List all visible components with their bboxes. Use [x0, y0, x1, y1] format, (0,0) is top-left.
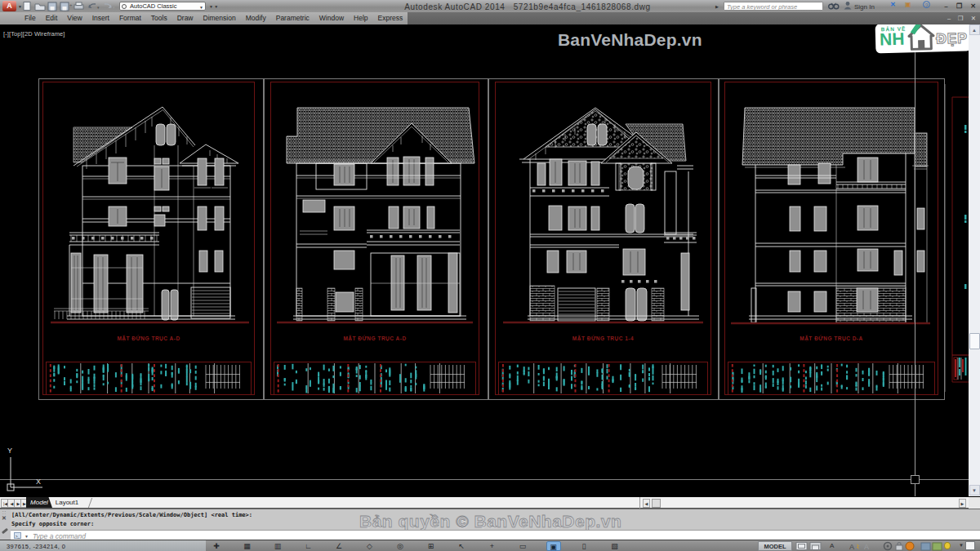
exchange-icon[interactable]: ✕: [890, 1, 896, 8]
quickprop-icon[interactable]: ▯: [577, 541, 591, 551]
grid-icon[interactable]: ▥: [270, 541, 285, 551]
tray-icons[interactable]: [882, 541, 944, 551]
drawing-canvas[interactable]: [-][Top][2D Wireframe] BanVeNhaDep.vn .o…: [0, 24, 980, 496]
vertical-scrollbar[interactable]: ▲ ▼: [969, 24, 980, 496]
title-bar: A ▼ + ▾ ▾ AutoCAD Classic ▼ ▼ ▼ Autodesk…: [0, 0, 980, 12]
menu-modify[interactable]: Modify: [241, 12, 271, 24]
panel-label-2: MẶT ĐỨNG TRỤC A-D: [270, 335, 479, 341]
ducs-icon[interactable]: ↖: [454, 541, 469, 551]
command-close-icon[interactable]: ✕: [2, 515, 7, 522]
menu-view[interactable]: View: [62, 12, 87, 24]
ucs-y-label: Y: [7, 447, 12, 455]
site-logo: BẢN VẼ NH ĐẸP: [875, 24, 972, 54]
dimension-strip-4: [728, 362, 935, 395]
menu-items: FileEditViewInsertFormatToolsDrawDimensi…: [20, 12, 408, 24]
osnap-icon[interactable]: ◇: [363, 541, 377, 551]
doc-minimize-button[interactable]: –: [944, 14, 954, 23]
menu-tools[interactable]: Tools: [146, 12, 172, 24]
clean-screen-button[interactable]: [965, 541, 975, 550]
minimize-button[interactable]: –: [941, 2, 951, 11]
elevation-drawing-1: .o{stroke:#e2e2e2;fill:none;stroke-width…: [42, 82, 255, 395]
polar-icon[interactable]: ∠: [332, 541, 346, 551]
logo-house-icon: [905, 24, 938, 54]
menu-parametric[interactable]: Parametric: [271, 12, 314, 24]
osnap3d-icon[interactable]: ◎: [393, 541, 408, 551]
ortho-icon[interactable]: ∟: [301, 541, 316, 551]
autocad-window: A ▼ + ▾ ▾ AutoCAD Classic ▼ ▼ ▼ Autodesk…: [0, 0, 980, 551]
watermark-bottom: Bản quyền © BanVeNhaDep.vn: [359, 512, 621, 531]
signin-button[interactable]: Sign In: [854, 3, 875, 11]
panel-label-1: MẶT ĐỨNG TRỤC A-D: [42, 335, 255, 341]
ucs-x-label: X: [36, 478, 41, 486]
close-button[interactable]: ✕: [968, 2, 978, 11]
menu-express[interactable]: Express: [373, 12, 408, 24]
command-prompt-icon: >_: [14, 532, 21, 539]
scroll-up-arrow[interactable]: ▲: [969, 24, 980, 35]
hscroll-thumb[interactable]: [652, 499, 661, 508]
coordinates-display[interactable]: 397615, -234214, 0: [7, 543, 65, 550]
scroll-left-arrow[interactable]: ◀: [643, 499, 650, 508]
sheet-5-partial: [943, 49, 969, 400]
watermark-top: BanVeNhaDep.vn: [558, 30, 702, 50]
scroll-down-arrow[interactable]: ▼: [969, 485, 980, 495]
menu-window[interactable]: Window: [314, 12, 349, 24]
crosshair-pickbox: [911, 475, 920, 484]
elevation-drawing-3: .o{stroke:#e2e2e2;fill:none;stroke-width…: [495, 82, 711, 395]
command-history-2: Specify opposite corner:: [11, 521, 94, 527]
svg-text:A: A: [864, 543, 869, 551]
model-space-button[interactable]: MODEL: [758, 541, 792, 551]
layout-tab-bar: |◀ ◀ ▶ ▶| Model Layout1 ◀ ▶: [0, 497, 980, 509]
layout-icons[interactable]: [795, 541, 823, 551]
bulb-icon[interactable]: [944, 542, 951, 549]
command-grip[interactable]: ∷∷: [2, 509, 6, 514]
panel-label-4: MẶT ĐỨNG TRỤC D-A: [724, 335, 938, 341]
elevation-drawing-2: .o{stroke:#e2e2e2;fill:none;stroke-width…: [270, 82, 479, 395]
menu-edit[interactable]: Edit: [41, 12, 63, 24]
status-flyout-arrow[interactable]: ▼: [959, 543, 964, 548]
status-bar: 397615, -234214, 0 ✚▦▥∟∠◇◎⊞↖+▭▣▯▧ MODEL …: [0, 540, 980, 551]
dimension-strip-3: [498, 362, 708, 395]
infer-icon[interactable]: ✚: [209, 541, 224, 551]
lwt-icon[interactable]: ▭: [515, 541, 530, 551]
elevation-drawing-4: .o{stroke:#e2e2e2;fill:none;stroke-width…: [724, 82, 938, 395]
search-input[interactable]: Type a keyword or phrase: [724, 2, 823, 11]
command-prompt-placeholder: Type a command: [33, 532, 86, 540]
command-wrench-icon[interactable]: [2, 528, 8, 534]
menu-help[interactable]: Help: [349, 12, 372, 24]
menu-bar: FileEditViewInsertFormatToolsDrawDimensi…: [0, 12, 980, 24]
apps-icon[interactable]: ▣: [905, 1, 911, 8]
viewport-label[interactable]: [-][Top][2D Wireframe]: [3, 30, 65, 38]
tab-model[interactable]: Model: [26, 497, 52, 508]
menu-file[interactable]: File: [20, 12, 41, 24]
search-flyout-arrow[interactable]: ▶: [715, 4, 719, 9]
cycling-icon[interactable]: ▧: [608, 541, 622, 551]
snap-icon[interactable]: ▦: [240, 541, 255, 551]
panel-label-3: MẶT ĐỨNG TRỤC 1-4: [495, 335, 711, 341]
help-icon[interactable]: ?: [923, 1, 930, 9]
doc-close-button[interactable]: ✕: [969, 14, 978, 23]
command-window: ∷∷ ✕ [All/Center/Dynamic/Extents/Previou…: [0, 509, 980, 540]
doc-restore-button[interactable]: ❐: [956, 14, 965, 23]
signin-user-icon[interactable]: [844, 1, 852, 10]
scroll-right-arrow[interactable]: ▶: [959, 499, 966, 508]
dimension-strip-1: [46, 362, 252, 395]
vscroll-thumb[interactable]: [969, 333, 980, 349]
ucs-icon: Y X: [0, 437, 57, 494]
search-binoculars-icon[interactable]: [828, 1, 840, 10]
otrack-icon[interactable]: ⊞: [424, 541, 439, 551]
dyn-icon[interactable]: +: [485, 541, 500, 551]
menu-insert[interactable]: Insert: [87, 12, 114, 24]
tab-layout1[interactable]: Layout1: [52, 497, 82, 509]
command-history-1: [All/Center/Dynamic/Extents/Previous/Sca…: [11, 512, 252, 518]
maximize-button[interactable]: ❐: [954, 2, 964, 11]
horizontal-scrollbar[interactable]: ◀ ▶: [639, 497, 969, 509]
command-prompt-arrow[interactable]: ▼: [24, 534, 29, 539]
annotation-scale-button[interactable]: A 1:1 ▾: [830, 542, 839, 551]
menu-dimension[interactable]: Dimension: [198, 12, 241, 24]
annotation-icons[interactable]: A A: [848, 541, 875, 551]
transparency-icon[interactable]: ▣: [546, 541, 561, 551]
menu-draw[interactable]: Draw: [172, 12, 198, 24]
crosshair-horizontal: [0, 479, 969, 480]
menu-format[interactable]: Format: [114, 12, 146, 24]
dimension-strip-2: [274, 362, 476, 395]
